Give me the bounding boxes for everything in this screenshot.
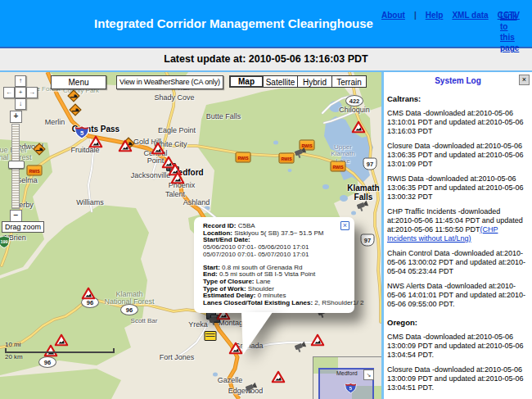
log-sections: Caltrans:CMS Data -downloaded at:2010-05… [384, 94, 532, 399]
camera-icon[interactable] [294, 147, 307, 161]
page-title: Integrated Corridor Management Clearingh… [0, 0, 381, 47]
rwis-icon[interactable]: RWIS [236, 152, 251, 163]
log-section-heading: Oregon: [387, 318, 526, 327]
pan-right-button[interactable]: → [26, 87, 38, 98]
log-entry: CMS Data -downloaded at:2010-05-06 13:10… [387, 109, 526, 136]
camera-icon[interactable] [245, 382, 258, 397]
shield-green: 199 [0, 235, 11, 249]
pan-down-button[interactable]: ↓ [15, 98, 26, 110]
pan-left-button[interactable]: ← [3, 87, 15, 98]
map-label: Fort Jones [160, 354, 195, 361]
maptype-map[interactable]: Map [229, 75, 264, 88]
nav-separator: | [414, 11, 417, 20]
maptype-buttons: MapSatelliteHybridTerrain [229, 75, 367, 88]
log-title: System Log [384, 76, 532, 85]
map-label: Klamath Falls [347, 184, 379, 202]
construction-icon[interactable] [119, 140, 133, 156]
shield-us: 97 [361, 234, 375, 247]
log-entry: Closure Data -downloaded at:2010-05-06 1… [387, 142, 526, 169]
scale-km: 20 km [5, 353, 23, 360]
popup-line: Lanes Closed/Total Existing Lanes: 2, RS… [203, 300, 348, 307]
svg-text:5: 5 [80, 129, 83, 137]
link-to-this-page[interactable]: Link to this page [500, 0, 525, 47]
cms-yellow-icon[interactable] [205, 331, 217, 341]
popup-tail [237, 312, 277, 356]
maptype-terrain[interactable]: Terrain [332, 75, 367, 88]
rwis-icon[interactable]: RWIS [331, 161, 346, 172]
pan-control: ↑ ← + → ↓ [3, 75, 37, 109]
log-entry: Closure Data -downloaded at:2010-05-06 1… [387, 365, 526, 392]
map-label: Merlin [45, 119, 65, 126]
nav-link-xml-data[interactable]: XML data [452, 11, 488, 20]
construction-icon[interactable] [171, 172, 185, 188]
system-log-panel: × System Log Caltrans:CMS Data -download… [384, 72, 532, 399]
scale-bar: 10 mi 20 km [5, 341, 115, 360]
overview-inset[interactable]: Medford 5 ↘ [313, 356, 381, 399]
construction-icon[interactable] [272, 371, 286, 387]
map-label: Shady Cove [154, 94, 194, 102]
log-section-heading: Caltrans: [387, 94, 526, 103]
log-entry-link[interactable]: (CHP Incidents without Lat/Lng) [387, 225, 498, 243]
map-label: Scott Bar [131, 318, 158, 324]
map-label: Yreka [188, 321, 208, 329]
camera-icon[interactable] [294, 341, 307, 356]
drag-zoom-button[interactable]: Drag zoom [2, 221, 44, 233]
shield-us: 97 [363, 158, 377, 170]
log-entry: CMS Data -downloaded at:2010-05-06 13:00… [387, 333, 526, 360]
map-label: Eagle Point [158, 127, 196, 134]
log-entry: NWS Alerts Data -downloaded at:2010-05-0… [387, 282, 526, 309]
pan-up-button[interactable]: ↑ [15, 75, 26, 87]
map-label: Butte Falls [206, 113, 241, 120]
map-label: Talent [165, 191, 185, 198]
shield-oval: 96 [120, 304, 138, 315]
construction-icon[interactable] [311, 334, 325, 350]
truck-icon[interactable] [69, 103, 83, 120]
truck-icon[interactable] [33, 143, 47, 160]
app-header: Integrated Corridor Management Clearingh… [0, 0, 532, 48]
scale-miles: 10 mi [5, 341, 21, 348]
popup-body: Record ID: C5BALocation: Siskiyou 5( SB)… [203, 223, 348, 307]
zoom-slider-handle[interactable] [8, 161, 25, 169]
log-entry: RWIS Data -downloaded at:2010-05-06 13:0… [387, 175, 526, 202]
weathershare-button[interactable]: View in WeatherShare (CA only) [116, 75, 223, 89]
rwis-icon[interactable]: RWIS [27, 165, 43, 176]
nav-link-help[interactable]: Help [426, 11, 444, 20]
map-label: Gazelle [218, 377, 243, 384]
maptype-satellite[interactable]: Satellite [264, 75, 298, 88]
log-close-button[interactable]: × [519, 75, 530, 85]
zoom-out-button[interactable]: − [10, 210, 22, 222]
popup-line: 05/07/2010 07:01- 05/07/2010 17:01 [203, 252, 348, 259]
maptype-hybrid[interactable]: Hybrid [298, 75, 332, 88]
svg-text:199: 199 [0, 239, 7, 244]
camera-icon[interactable] [356, 200, 369, 215]
inset-interstate-shield: 5 [345, 382, 357, 397]
log-entry: CHP Traffic Incidents -downloaded at:201… [387, 207, 526, 243]
shield-interstate: 5 [74, 125, 90, 139]
menu-button[interactable]: Menu [51, 75, 106, 89]
popup-close-icon[interactable]: × [340, 221, 349, 230]
inset-collapse-icon[interactable]: ↘ [363, 370, 374, 380]
map-label: Williams [76, 199, 104, 206]
rwis-icon[interactable]: RWIS [279, 153, 295, 164]
zoom-in-button[interactable]: + [10, 111, 22, 123]
map-label: Selma [16, 177, 38, 184]
log-entry: Chain Control Data -downloaded at:2010-0… [387, 249, 526, 276]
pan-center-button[interactable]: + [15, 87, 26, 98]
map-label: Jacksonville [131, 172, 171, 179]
nav-link-about[interactable]: About [381, 11, 405, 20]
main-content: MerlinGrants PassRedwoodFruitdaleWilliam… [0, 70, 532, 399]
map-label: Chiloquin [339, 107, 370, 114]
construction-icon[interactable] [89, 136, 103, 152]
shield-oval: 422 [345, 95, 363, 107]
header-nav: About|HelpXML dataCCTV [381, 0, 500, 47]
map-label: Ashland [183, 199, 210, 206]
inset-city-label: Medford [336, 370, 358, 376]
update-banner: Latest update at: 2010-05-06 13:16:03 PD… [0, 48, 532, 70]
incident-popup: × Record ID: C5BALocation: Siskiyou 5( S… [194, 217, 354, 313]
construction-icon[interactable] [352, 121, 366, 137]
map-canvas[interactable]: MerlinGrants PassRedwoodFruitdaleWilliam… [0, 72, 381, 399]
construction-icon[interactable] [82, 288, 96, 303]
